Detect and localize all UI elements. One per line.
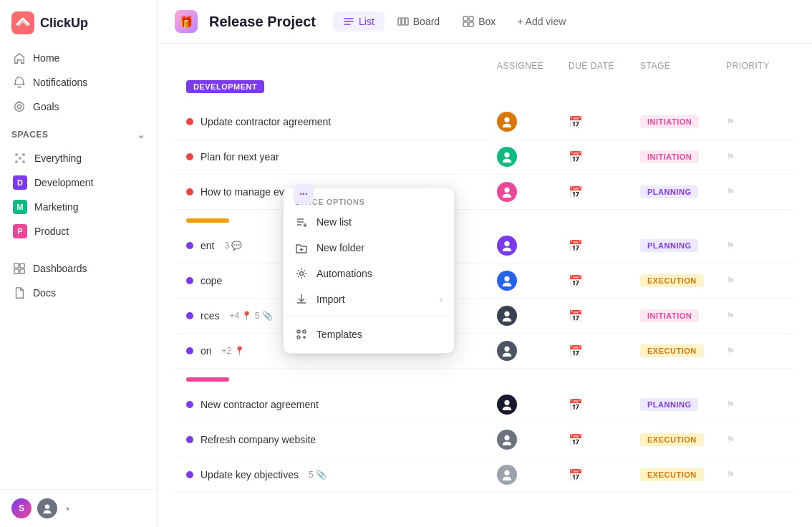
avatar	[497, 271, 517, 291]
assignee-cell	[497, 306, 569, 326]
add-view-button[interactable]: + Add view	[508, 11, 574, 32]
table-row[interactable]: Plan for next year 📅 INITIATION ⚑	[175, 140, 795, 175]
spaces-collapse-icon[interactable]: ⌄	[137, 129, 146, 140]
assignee-cell	[497, 182, 569, 202]
due-date-cell: 📅	[569, 309, 640, 323]
table-row[interactable]: Refresh company website 📅 EXECUTION ⚑	[175, 422, 795, 458]
svg-point-23	[504, 188, 509, 193]
task-name-text: Update key objectives	[200, 469, 299, 480]
assignee-cell	[497, 236, 569, 256]
menu-item-new-list-label: New list	[316, 216, 352, 228]
header-due-date: DUE DATE	[569, 61, 640, 71]
docs-icon	[13, 286, 26, 299]
svg-rect-9	[14, 264, 19, 268]
sidebar-item-everything[interactable]: Everything	[6, 146, 151, 170]
view-tabs: List Board Box + Add view	[333, 11, 574, 32]
task-dot	[186, 277, 193, 284]
task-dot	[186, 242, 193, 249]
tab-box-label: Box	[478, 16, 496, 27]
svg-point-25	[504, 276, 509, 281]
table-headers: ASSIGNEE DUE DATE STAGE PRIORITY	[175, 58, 795, 74]
svg-point-30	[504, 470, 509, 475]
user-avatar-s: S	[11, 498, 32, 518]
menu-item-new-list[interactable]: New list	[284, 209, 454, 235]
table-row[interactable]: cope 📅 EXECUTION ⚑	[175, 264, 795, 299]
sidebar-item-marketing[interactable]: M Marketing	[6, 195, 151, 219]
stage-badge: EXECUTION	[640, 433, 704, 446]
priority-cell: ⚑	[726, 186, 783, 198]
sidebar-item-dashboards[interactable]: Dashboards	[6, 256, 151, 281]
task-dot	[186, 471, 193, 478]
sidebar-item-product-label: Product	[34, 226, 69, 237]
svg-point-1	[15, 102, 24, 112]
avatar	[497, 341, 517, 361]
task-name-text: ent	[200, 240, 214, 251]
footer-chevron-icon[interactable]: ▾	[66, 505, 69, 513]
task-dot	[186, 312, 193, 319]
menu-item-automations[interactable]: Automations	[284, 261, 454, 286]
avatar	[497, 182, 517, 202]
svg-point-5	[22, 153, 25, 156]
avatar	[497, 236, 517, 256]
svg-point-21	[504, 117, 509, 122]
sidebar-item-development[interactable]: D Development	[6, 170, 151, 195]
task-dot	[186, 347, 193, 354]
stage-cell: INITIATION	[640, 150, 726, 163]
menu-item-new-folder[interactable]: New folder	[284, 235, 454, 261]
topbar: 🎁 Release Project List Board Box + Add v…	[158, 0, 812, 44]
stage-cell: EXECUTION	[640, 274, 726, 287]
sidebar-item-everything-label: Everything	[34, 153, 82, 164]
tab-list-label: List	[359, 16, 374, 27]
tab-board[interactable]: Board	[387, 11, 450, 32]
due-date-cell: 📅	[569, 185, 640, 199]
due-date-cell: 📅	[569, 398, 640, 412]
tab-box[interactable]: Box	[453, 11, 506, 32]
stage-badge: EXECUTION	[640, 274, 704, 287]
svg-point-22	[504, 153, 509, 158]
sidebar-item-notifications[interactable]: Notifications	[6, 70, 151, 95]
menu-divider	[284, 316, 454, 317]
svg-rect-0	[11, 11, 34, 34]
sidebar-item-dashboards-label: Dashboards	[33, 263, 87, 274]
sidebar-item-goals[interactable]: Goals	[6, 95, 151, 119]
logo[interactable]: ClickUp	[0, 0, 157, 43]
svg-point-13	[45, 504, 49, 508]
home-icon	[13, 52, 26, 64]
stage-cell: PLANNING	[640, 185, 726, 198]
priority-cell: ⚑	[726, 310, 783, 321]
table-row[interactable]: Update contractor agreement 📅 INITIATION…	[175, 105, 795, 140]
automations-icon	[295, 267, 308, 280]
due-date-cell: 📅	[569, 239, 640, 253]
table-row[interactable]: on +2 📍 📅 EXECUTION ⚑	[175, 334, 795, 369]
sidebar-item-docs[interactable]: Docs	[6, 281, 151, 305]
sidebar-item-notifications-label: Notifications	[33, 77, 87, 88]
task-name: New contractor agreement	[186, 399, 497, 410]
task-dot	[186, 118, 193, 125]
add-view-label: + Add view	[517, 16, 566, 27]
sidebar-item-home-label: Home	[33, 52, 59, 64]
task-name-text: cope	[200, 275, 222, 286]
table-row[interactable]: How to manage event planning 📅 PLANNING …	[175, 175, 795, 210]
stage-cell: EXECUTION	[640, 344, 726, 357]
context-menu-trigger[interactable]: ···	[294, 184, 314, 204]
svg-rect-19	[463, 22, 468, 26]
development-avatar: D	[13, 175, 27, 190]
table-row[interactable]: rces +4 📍 5 📎 📅 INITIATION ⚑	[175, 299, 795, 334]
sidebar-item-home[interactable]: Home	[6, 46, 151, 70]
svg-rect-20	[469, 22, 473, 26]
due-date-cell: 📅	[569, 115, 640, 129]
table-row[interactable]: Update key objectives 5 📎 📅 EXECUTION ⚑	[175, 458, 795, 493]
tab-list[interactable]: List	[333, 11, 385, 32]
stage-cell: EXECUTION	[640, 433, 726, 446]
table-row[interactable]: New contractor agreement 📅 PLANNING ⚑	[175, 387, 795, 422]
section-development-label: DEVELOPMENT	[186, 80, 264, 93]
menu-item-templates[interactable]: Templates	[284, 321, 454, 347]
spaces-header: Spaces ⌄	[0, 122, 157, 145]
board-tab-icon	[397, 16, 409, 27]
menu-item-templates-label: Templates	[316, 329, 362, 340]
task-name-text: New contractor agreement	[200, 399, 319, 410]
table-row[interactable]: ent 3 💬 📅 PLANNING ⚑	[175, 228, 795, 264]
stage-badge: PLANNING	[640, 398, 698, 411]
sidebar-item-product[interactable]: P Product	[6, 219, 151, 243]
menu-item-import[interactable]: Import ›	[284, 286, 454, 312]
